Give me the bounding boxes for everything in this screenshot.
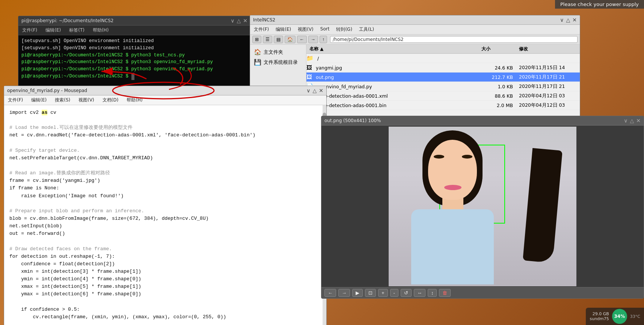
fm-col-date-header[interactable]: 修改 <box>516 46 580 52</box>
code-line-1: import cv2 as cv <box>9 109 321 116</box>
fm-titlebar: IntelNCS2 ∨ △ ✕ <box>250 15 580 25</box>
fm-menu-tools[interactable]: 工具(L) <box>357 26 376 33</box>
iv-rotate-btn[interactable]: ↺ <box>401 289 412 297</box>
iv-close-btn[interactable]: ✕ <box>636 118 641 124</box>
fm-menu-sort[interactable]: Sort <box>319 26 331 33</box>
fm-file-size-outpng: 212.7 KB <box>478 74 516 80</box>
terminal-minimize-btn[interactable]: ∨ <box>231 18 234 24</box>
fm-row-py[interactable]: 📄 openvino_fd_myriad.py 1.0 KB 2020年11月1… <box>306 82 580 91</box>
fm-toolbar-icons-btn[interactable]: ⊞ <box>252 36 261 43</box>
iv-flip-v-btn[interactable]: ↕ <box>428 289 437 297</box>
code-line-2 <box>9 116 321 124</box>
iv-flip-h-btn[interactable]: ↔ <box>414 289 425 297</box>
fm-col-size-header[interactable]: 大小 <box>478 46 516 52</box>
fm-toolbar-back-btn[interactable]: ← <box>297 36 307 43</box>
editor-close-btn[interactable]: ✕ <box>319 88 323 94</box>
iv-play-btn[interactable]: ▶ <box>352 289 363 297</box>
iv-delete-btn[interactable]: 🗑 <box>439 289 451 297</box>
terminal-menubar: 文件(F) 编辑(E) 标签(T) 帮助(H) <box>18 26 250 35</box>
terminal-menu-file[interactable]: 文件(F) <box>21 26 39 34</box>
editor-content[interactable]: import cv2 as cv # Load the model.可以在这里修… <box>4 105 326 325</box>
fm-row-xml[interactable]: 📄 face-detection-adas-0001.xml 88.6 KB 2… <box>306 91 580 101</box>
term-line-6: pi@raspberrypi:~/Documents/IntelNCS2 $ <box>21 73 247 80</box>
fm-toolbar-list-btn[interactable]: ☰ <box>263 36 272 43</box>
editor-window: openvino_fd_myriad.py - Mousepad ∨ △ ✕ 文… <box>4 86 327 325</box>
code-line-20: for detection in out.reshape(-1, 7): <box>9 253 321 260</box>
eye-left <box>434 155 444 159</box>
code-line-11: if frame is None: <box>9 184 321 192</box>
iv-zoom-in-btn[interactable]: + <box>378 289 388 297</box>
iv-title: out.png (500x441) 100% <box>324 118 381 123</box>
fm-maximize-btn[interactable]: △ <box>566 17 570 23</box>
image-icon-outpng: 🖼 <box>306 74 312 80</box>
fm-file-date-xml: 2020年04月12日 03 <box>516 93 580 99</box>
fm-toolbar-up-btn[interactable]: ↑ <box>320 36 327 43</box>
fm-title: IntelNCS2 <box>253 17 275 23</box>
image-icon-yangmi: 🖼 <box>306 64 312 71</box>
code-line-26 <box>9 298 321 306</box>
fm-menu-file[interactable]: 文件(F) <box>252 26 270 33</box>
terminal-menu-tags[interactable]: 标签(T) <box>68 26 86 34</box>
iv-body <box>321 125 644 287</box>
iv-toolbar: ← → ▶ ⊡ + - ↺ ↔ ↕ 🗑 <box>321 287 644 298</box>
fm-menu-view[interactable]: 视图(V) <box>296 26 315 33</box>
term-line-3: pi@raspberrypi:~/Documents/IntelNCS2 $ p… <box>21 52 247 59</box>
fm-toolbar-details-btn[interactable]: ▤ <box>274 36 283 43</box>
code-line-10: frame = cv.imread('yangmi.jpg') <box>9 177 321 184</box>
iv-maximize-btn[interactable]: △ <box>630 118 634 124</box>
editor-controls: ∨ △ ✕ <box>306 88 323 94</box>
fm-column-header: 名称 ▲ 大小 修改 <box>306 45 580 54</box>
fm-file-size-py: 1.0 KB <box>478 84 516 89</box>
fm-col-name-header[interactable]: 名称 ▲ <box>306 46 478 52</box>
fm-menu-edit[interactable]: 编辑(E) <box>274 26 293 33</box>
taskbar-info: 29.0 GB sundm75 <box>590 311 609 321</box>
fm-row-root[interactable]: 📁 / <box>306 54 580 63</box>
iv-photo <box>389 127 576 286</box>
code-line-9: # Read an image.替换成你的图片相对路径 <box>9 169 321 177</box>
editor-menu-view[interactable]: 视图(V) <box>77 96 96 104</box>
fm-close-btn[interactable]: ✕ <box>572 17 577 23</box>
fm-minimize-btn[interactable]: ∨ <box>560 17 564 23</box>
fm-sidebar-root[interactable]: 💾 文件系统根目录 <box>252 57 305 67</box>
fm-file-name-yangmi: yangmi.jpg <box>314 65 478 71</box>
taskbar: 29.0 GB sundm75 34% 33°C <box>586 308 644 325</box>
taskbar-battery: 34% <box>612 309 627 324</box>
editor-menu-search[interactable]: 搜索(S) <box>53 96 72 104</box>
terminal-close-btn[interactable]: ✕ <box>243 18 247 24</box>
term-line-5: pi@raspberrypi:~/Documents/IntelNCS2 $ p… <box>21 66 247 73</box>
eye-right <box>462 155 472 159</box>
fm-row-yangmi[interactable]: 🖼 yangmi.jpg 24.6 KB 2020年11月15日 14 <box>306 63 580 73</box>
iv-zoom-out-btn[interactable]: - <box>390 289 398 297</box>
term-line-2: [setupvars.sh] OpenVINO environment init… <box>21 45 247 52</box>
iv-next-btn[interactable]: → <box>338 289 350 297</box>
fm-row-bin[interactable]: 📄 face-detection-adas-0001.bin 2.0 MB 20… <box>306 101 580 110</box>
terminal-maximize-btn[interactable]: △ <box>237 18 241 24</box>
editor-menu-file[interactable]: 文件(F) <box>6 96 24 104</box>
notification-text: Please check your power supply <box>560 2 639 7</box>
fm-toolbar-home-btn[interactable]: 🏠 <box>285 36 296 43</box>
fm-menu-goto[interactable]: 转到(G) <box>335 26 354 33</box>
iv-minimize-btn[interactable]: ∨ <box>624 118 627 124</box>
taskbar-temp: 33°C <box>630 314 640 319</box>
code-line-6: # Specify target device. <box>9 147 321 154</box>
terminal-menu-help[interactable]: 帮助(H) <box>91 26 110 34</box>
fm-toolbar-forward-btn[interactable]: → <box>308 36 318 43</box>
face <box>428 140 477 200</box>
iv-zoom-fit-btn[interactable]: ⊡ <box>365 289 376 297</box>
fm-address-bar[interactable]: /home/pi/Documents/IntelNCS2 <box>330 36 578 43</box>
shoulders <box>411 209 494 284</box>
fm-file-name-bin: face-detection-adas-0001.bin <box>316 103 478 108</box>
code-line-21: confidence = float(detection[2]) <box>9 260 321 268</box>
code-line-28: cv.rectangle(frame, (xmin, ymin), (xmax,… <box>9 313 321 321</box>
fm-row-outpng[interactable]: 🖼 out.png 212.7 KB 2020年11月17日 21 <box>306 73 580 82</box>
editor-menu-edit[interactable]: 编辑(E) <box>30 96 48 104</box>
editor-maximize-btn[interactable]: △ <box>312 88 317 94</box>
editor-title: openvino_fd_myriad.py - Mousepad <box>7 88 87 93</box>
fm-toolbar: ⊞ ☰ ▤ 🏠 ← → ↑ /home/pi/Documents/IntelNC… <box>250 35 580 45</box>
editor-menu-help[interactable]: 帮助(H) <box>125 96 144 104</box>
editor-menu-doc[interactable]: 文档(D) <box>101 96 120 104</box>
editor-minimize-btn[interactable]: ∨ <box>306 88 310 94</box>
iv-prev-btn[interactable]: ← <box>324 289 336 297</box>
terminal-menu-edit[interactable]: 编辑(E) <box>44 26 62 34</box>
fm-sidebar-home[interactable]: 🏠 主文件夹 <box>252 47 305 57</box>
